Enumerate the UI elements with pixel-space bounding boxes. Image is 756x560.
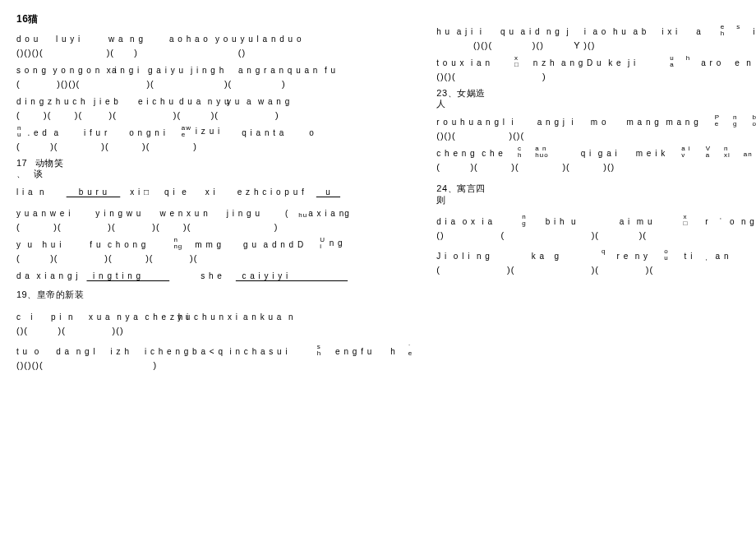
num: 17 [16, 158, 27, 168]
pinyin-row: d i a o x i angb i h ua i m ux□r, o n g [436, 214, 756, 227]
paren-row: ()()( ) [436, 72, 756, 81]
paren-row: ( )( )( )( ) [16, 141, 420, 151]
pinyin-row: d o ul u y iw a n ga o h a oy o u y u l … [16, 31, 420, 44]
lesson-24-title: 24、寓言四 则 [436, 183, 756, 205]
pinyin-row: J i o l i n gk a gq r e n yout i ,a n [436, 248, 756, 261]
pinyin-row: y u h u if u c h o n gnngm m gg u a d n … [16, 237, 420, 250]
left-column: 16猫 d o ul u y iw a n ga o h a oy o u y … [8, 12, 428, 370]
txt: 动物笑 [35, 158, 64, 168]
paren-row: ( )( )( )( )( [16, 253, 420, 263]
paren-row: ()()()( )( ) () [16, 48, 420, 58]
paren-row: ()( )( )() [16, 326, 420, 336]
pinyin-row: s o n g y o n g o n x ia n g ig a i y uj… [16, 62, 420, 76]
txt: 则 [436, 195, 446, 205]
pinyin-row: y u a n w e iy i n g w uw e n x u nj i n… [16, 206, 420, 219]
pinyin-row: t o u x i a nx□n z h a n g D u k e j iua… [436, 55, 756, 68]
paren-row: ()()( )() Y )() [436, 40, 756, 50]
paren-row: ( )()()( )( )( ) [16, 79, 420, 89]
paren-row: () ( )( )( [436, 230, 756, 240]
pinyin-row: d i n g z hu c hj i e be i c h ud u a n … [16, 94, 420, 107]
punc: 、 [16, 169, 26, 178]
right-column: h u a j i iq u a i d n g ji a o h u a bi… [428, 12, 756, 370]
txt: 谈 [34, 169, 44, 178]
pinyin-row: d a x i a n g j i n g t i n g s h e c a … [16, 268, 420, 281]
paren-row: ()()()( ) [16, 360, 420, 370]
pinyin-row: c h e n g c h echa nhuoq i g a im e i ka… [436, 146, 756, 159]
page: 16猫 d o ul u y iw a n ga o h a oy o u y … [0, 0, 756, 382]
pinyin-row: h u a j i iq u a i d n g ji a o h u a bi… [436, 24, 756, 37]
paren-row: ( )( )( )( )( )( ) [16, 110, 420, 120]
lesson-16-title: 16猫 [16, 12, 420, 26]
paren-row: ( )( )( )( [436, 265, 756, 275]
pinyin-row: nu. e d ai f u ro n g n iawe i z u iq i … [16, 125, 420, 138]
lesson-17-title: 17 动物笑 、 谈 [16, 158, 420, 179]
pinyin-row: r o u h u a n g l ia n g j im om a n g m… [436, 114, 756, 127]
txt: 23、女娲造 [436, 88, 485, 98]
txt: 24、寓言四 [436, 183, 485, 193]
paren-row: ( )( )( )( )( ) [16, 222, 420, 232]
paren-row: ( )( )( )( )() [436, 162, 756, 172]
txt: 人 [436, 99, 446, 109]
pinyin-row: l i a n b u r u x i □q i ex ie z h c i o… [16, 184, 420, 197]
lesson-23-title: 23、女娲造 人 [436, 88, 756, 109]
pinyin-row: c ip i nx u a n y a c h e z h iy u c h u… [16, 309, 420, 322]
lesson-19-title: 19、皇帝的新装 [16, 289, 420, 300]
pinyin-row: t u od a n g li z hi c h e n g b a < q i… [16, 344, 420, 357]
paren-row: ()()( )()( [436, 131, 756, 141]
